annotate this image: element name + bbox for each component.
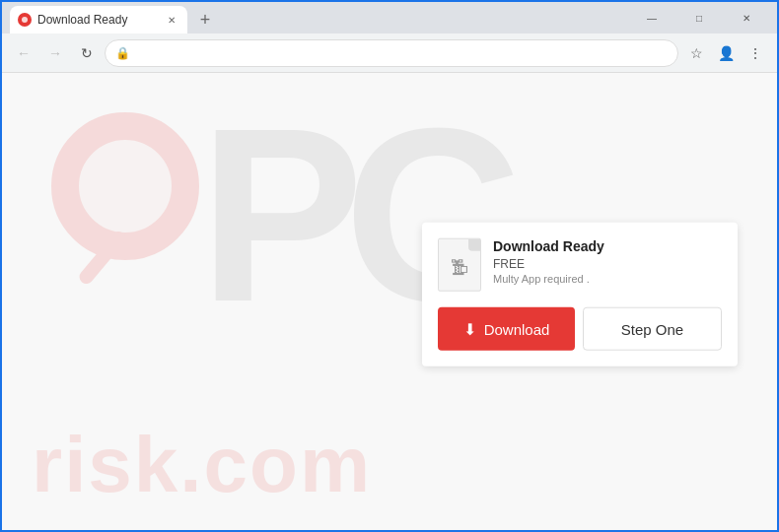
- browser-content: PC risk.com 🗜 Download Ready FREE Multy …: [2, 73, 777, 530]
- card-title: Download Ready: [493, 238, 722, 254]
- magnifier-handle: [77, 229, 129, 287]
- zip-icon: 🗜: [451, 257, 468, 278]
- maximize-icon: □: [696, 13, 702, 24]
- back-icon: ←: [17, 45, 31, 61]
- card-info: Download Ready FREE Multy App required .: [493, 238, 722, 285]
- svg-point-0: [22, 17, 28, 23]
- window-frame: Download Ready ✕ + — □ ✕ ←: [0, 0, 779, 532]
- maximize-button[interactable]: □: [676, 4, 722, 32]
- card-subtitle: Multy App required .: [493, 273, 722, 285]
- forward-button[interactable]: →: [41, 39, 69, 67]
- refresh-icon: ↻: [81, 45, 93, 61]
- card-actions: ⬇ Download Step One: [438, 307, 722, 351]
- tab-close-icon: ✕: [168, 15, 176, 26]
- risk-watermark: risk.com: [32, 420, 372, 510]
- tab-title: Download Ready: [37, 13, 158, 27]
- refresh-button[interactable]: ↻: [73, 39, 101, 67]
- tab-close-button[interactable]: ✕: [164, 12, 179, 28]
- menu-button[interactable]: ⋮: [742, 39, 769, 67]
- forward-icon: →: [48, 45, 62, 61]
- nav-actions: ☆ 👤 ⋮: [682, 39, 769, 67]
- close-button[interactable]: ✕: [724, 4, 769, 32]
- card-price: FREE: [493, 257, 722, 271]
- step-one-label: Step One: [621, 320, 683, 337]
- download-arrow-icon: ⬇: [463, 319, 476, 338]
- minimize-icon: —: [647, 13, 657, 24]
- star-icon: ☆: [690, 45, 703, 61]
- tab-area: Download Ready ✕ +: [10, 2, 621, 33]
- magnifier-watermark: [32, 102, 229, 299]
- file-icon: 🗜: [438, 238, 481, 292]
- active-tab[interactable]: Download Ready ✕: [10, 6, 187, 33]
- tab-favicon: [18, 13, 32, 27]
- new-tab-icon: +: [200, 10, 211, 31]
- profile-icon: 👤: [718, 45, 735, 61]
- address-bar[interactable]: 🔒: [105, 39, 678, 67]
- card-top: 🗜 Download Ready FREE Multy App required…: [438, 238, 722, 292]
- navigation-bar: ← → ↻ 🔒 ☆ 👤 ⋮: [2, 33, 777, 73]
- close-icon: ✕: [743, 13, 750, 24]
- download-card: 🗜 Download Ready FREE Multy App required…: [422, 223, 738, 366]
- minimize-button[interactable]: —: [629, 4, 674, 32]
- profile-button[interactable]: 👤: [712, 39, 740, 67]
- back-button[interactable]: ←: [10, 39, 37, 67]
- window-controls: — □ ✕: [629, 4, 769, 32]
- step-one-button[interactable]: Step One: [583, 307, 722, 351]
- bookmark-button[interactable]: ☆: [682, 39, 710, 67]
- menu-icon: ⋮: [748, 45, 762, 61]
- magnifier-circle: [51, 112, 199, 260]
- download-label: Download: [484, 320, 550, 337]
- download-button[interactable]: ⬇ Download: [438, 307, 575, 351]
- title-bar: Download Ready ✕ + — □ ✕: [2, 2, 777, 33]
- lock-icon: 🔒: [115, 46, 130, 60]
- new-tab-button[interactable]: +: [191, 6, 219, 33]
